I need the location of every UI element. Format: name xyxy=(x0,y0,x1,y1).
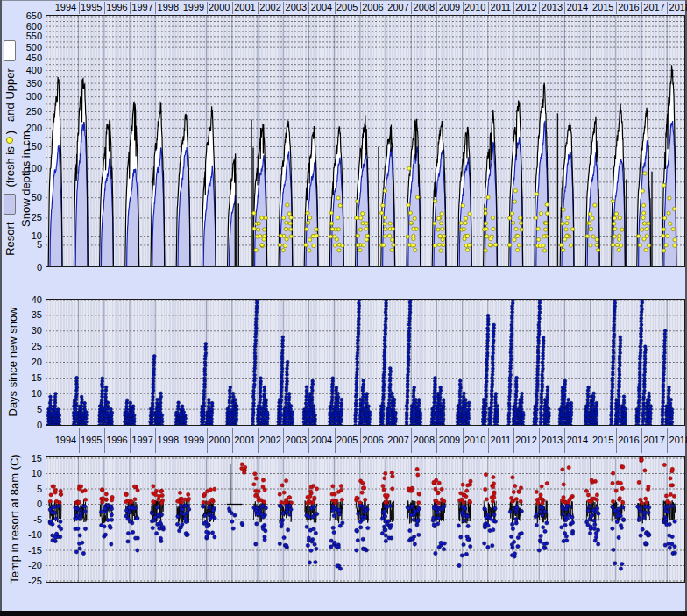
y-tick-label: 5 xyxy=(0,484,42,495)
year-label-top: 2009 xyxy=(436,2,463,12)
year-separator-mid xyxy=(513,428,514,453)
year-label-top: 2010 xyxy=(462,2,488,12)
year-label-top: 1995 xyxy=(78,2,104,12)
y-tick-label: 0 xyxy=(0,262,42,273)
year-separator-top xyxy=(232,2,233,14)
year-label-top: 2006 xyxy=(359,2,386,12)
y-tick-label: 450 xyxy=(0,53,42,64)
year-label-top: 2014 xyxy=(564,2,591,12)
year-label-mid: 2012 xyxy=(513,435,540,445)
year-separator-top xyxy=(181,2,181,14)
year-label-top: 1999 xyxy=(181,2,207,12)
year-label-top: 2008 xyxy=(411,2,437,12)
y-tick-label: 100 xyxy=(0,163,42,174)
year-separator-top xyxy=(641,2,642,14)
year-separator-mid xyxy=(181,428,181,453)
y-tick-label: 550 xyxy=(0,31,42,42)
year-label-mid: 2016 xyxy=(615,435,641,445)
year-separator-mid xyxy=(360,428,361,453)
year-label-mid: 2004 xyxy=(308,435,335,445)
year-label-mid: 2009 xyxy=(436,435,463,445)
year-label-mid: 1997 xyxy=(130,435,156,445)
year-label-mid: 1995 xyxy=(78,435,104,445)
year-label-top: 2002 xyxy=(258,2,284,12)
y-tick-label: 25 xyxy=(0,341,42,352)
y-tick-label: -15 xyxy=(0,545,42,556)
year-label-mid: 1998 xyxy=(155,435,181,445)
year-separator-top xyxy=(513,2,514,14)
year-label-mid: 2015 xyxy=(590,435,616,445)
year-separator-top xyxy=(360,2,361,14)
year-separator-mid xyxy=(411,428,412,453)
year-label-mid: 1999 xyxy=(181,435,207,445)
year-separator-top xyxy=(155,2,156,14)
snow-history-chart-window: Resort (fresh is ) and Upper Snow depths… xyxy=(0,0,687,616)
year-separator-top xyxy=(130,2,131,14)
year-separator-mid xyxy=(591,428,591,453)
year-separator-mid xyxy=(641,428,642,453)
year-label-top: 2003 xyxy=(283,2,309,12)
year-separator-mid xyxy=(258,428,259,453)
year-label-top: 2015 xyxy=(590,2,616,12)
temp-panel xyxy=(46,456,685,583)
year-separator-mid xyxy=(155,428,156,453)
year-separator-mid xyxy=(436,428,437,453)
y-tick-label: 250 xyxy=(0,106,42,117)
year-label-mid: 2000 xyxy=(206,435,232,445)
year-label-mid: 2003 xyxy=(283,435,309,445)
year-separator-mid xyxy=(53,428,53,453)
year-separator-top xyxy=(53,2,53,14)
year-separator-top xyxy=(258,2,259,14)
year-separator-top xyxy=(411,2,412,14)
y-tick-label: 350 xyxy=(0,78,42,89)
year-label-mid: 2005 xyxy=(334,435,360,445)
window-border-bottom xyxy=(0,611,687,616)
year-separator-mid xyxy=(463,428,464,453)
snow-depth-plot xyxy=(46,15,685,267)
year-separator-top xyxy=(335,2,336,14)
year-separator-top xyxy=(539,2,540,14)
year-label-mid: 2017 xyxy=(641,435,668,445)
year-label-top: 2013 xyxy=(539,2,565,12)
year-label-top: 1996 xyxy=(103,2,130,12)
year-label-top: 1997 xyxy=(130,2,156,12)
year-label-top: 2011 xyxy=(487,2,513,12)
year-label-top: 2007 xyxy=(386,2,412,12)
year-label-mid: 2013 xyxy=(539,435,565,445)
year-separator-top xyxy=(308,2,309,14)
year-separator-top xyxy=(564,2,565,14)
year-label-mid: 1996 xyxy=(103,435,130,445)
year-separator-mid xyxy=(386,428,386,453)
y-tick-label: 0 xyxy=(0,420,42,431)
y-tick-label: 15 xyxy=(0,372,42,384)
year-label-top: 2016 xyxy=(615,2,641,12)
y-tick-label: 30 xyxy=(0,325,42,336)
year-label-mid: 2008 xyxy=(411,435,437,445)
y-tick-label: 10 xyxy=(0,388,42,400)
y-tick-label: -20 xyxy=(0,560,42,571)
y-tick-label: 300 xyxy=(0,91,42,103)
year-separator-mid xyxy=(104,428,105,453)
year-separator-mid xyxy=(79,428,80,453)
year-separator-top xyxy=(104,2,105,14)
y-tick-label: 40 xyxy=(0,294,42,306)
y-tick-label: 200 xyxy=(0,123,42,134)
year-label-top: 2001 xyxy=(231,2,258,12)
year-label-mid: 2006 xyxy=(359,435,386,445)
y-tick-label: -5 xyxy=(0,514,42,526)
year-label-mid: 2011 xyxy=(487,435,513,445)
year-label-mid: 1994 xyxy=(53,435,79,445)
year-separator-top xyxy=(616,2,617,14)
year-separator-top xyxy=(283,2,284,14)
year-separator-top xyxy=(463,2,464,14)
y-tick-label: 10 xyxy=(0,468,42,479)
year-label-top: 2005 xyxy=(334,2,360,12)
year-label-mid: 2010 xyxy=(462,435,488,445)
year-separator-mid xyxy=(283,428,284,453)
year-separator-top xyxy=(207,2,208,14)
year-label-mid: 2014 xyxy=(564,435,591,445)
y-tick-label: 35 xyxy=(0,309,42,321)
year-label-top: 2012 xyxy=(513,2,540,12)
year-separator-mid xyxy=(667,428,668,453)
year-separator-mid xyxy=(539,428,540,453)
